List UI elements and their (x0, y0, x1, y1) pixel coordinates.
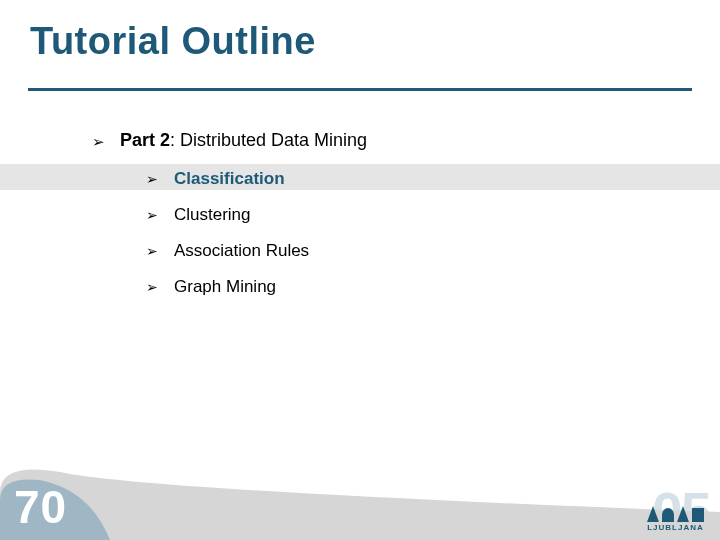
part-label: Part 2 (120, 130, 170, 150)
outline-item: ➢ Graph Mining (146, 275, 680, 299)
part-sep: : (170, 130, 180, 150)
outline-item-label: Graph Mining (146, 275, 276, 299)
page-number: 70 (14, 480, 67, 534)
slide: Tutorial Outline ➢ Part 2: Distributed D… (0, 0, 720, 540)
outline-item-label: Clustering (146, 203, 251, 227)
logo-shape-icon (662, 508, 674, 522)
outline-item: ➢ Classification (146, 167, 680, 191)
logo-shape-icon (647, 506, 659, 522)
logo-shape-icon (692, 508, 704, 522)
outline-item-label: Association Rules (146, 239, 309, 263)
outline-content: ➢ Part 2: Distributed Data Mining ➢ Clas… (92, 128, 680, 308)
outline-item: ➢ Clustering (146, 203, 680, 227)
footer-shape (0, 462, 720, 540)
slide-title: Tutorial Outline (30, 20, 316, 63)
logo-caption: LJUBLJANA (647, 523, 704, 532)
bullet-icon: ➢ (146, 206, 158, 226)
part-title: Distributed Data Mining (180, 130, 367, 150)
bullet-icon: ➢ (146, 242, 158, 262)
title-underline (28, 88, 692, 91)
outline-item-label: Classification (146, 167, 285, 191)
conference-logo: LJUBLJANA (647, 502, 704, 532)
bullet-icon: ➢ (146, 278, 158, 298)
logo-shape-icon (677, 506, 689, 522)
logo-glyphs (647, 502, 704, 522)
outline-item: ➢ Association Rules (146, 239, 680, 263)
bullet-icon: ➢ (92, 131, 105, 152)
bullet-icon: ➢ (146, 170, 158, 190)
outline-part: ➢ Part 2: Distributed Data Mining (92, 128, 680, 153)
